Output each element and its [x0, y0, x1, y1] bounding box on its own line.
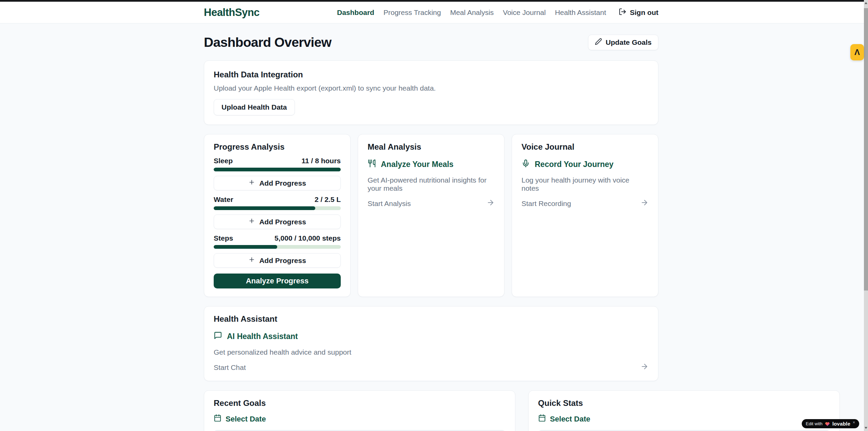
sign-out-label: Sign out	[630, 8, 658, 17]
progress-analysis-card: Progress Analysis Sleep 11 / 8 hours Add…	[204, 134, 351, 297]
progress-analysis-title: Progress Analysis	[214, 142, 341, 152]
start-chat-label: Start Chat	[214, 363, 246, 372]
plus-icon	[248, 256, 255, 265]
scrollbar-up-arrow[interactable]	[865, 2, 867, 4]
arrow-right-icon	[486, 199, 495, 208]
health-assistant-card: Health Assistant AI Health Assistant Get…	[204, 306, 658, 381]
start-analysis-row[interactable]: Start Analysis	[368, 199, 495, 208]
select-date-label: Select Date	[550, 415, 590, 424]
start-analysis-label: Start Analysis	[368, 200, 411, 208]
sleep-value: 11 / 8 hours	[301, 157, 341, 165]
steps-value: 5,000 / 10,000 steps	[274, 234, 341, 242]
start-recording-label: Start Recording	[521, 200, 571, 208]
edit-with-lovable-badge[interactable]: Edit with lovable ×	[802, 419, 859, 428]
quick-stats-card: Quick Stats Select Date Today Yesterday …	[528, 390, 840, 431]
meal-analysis-title: Meal Analysis	[368, 142, 495, 152]
arrow-right-icon	[640, 362, 649, 372]
lovable-brand-label: lovable	[832, 421, 850, 427]
scrollbar-down-arrow[interactable]	[865, 427, 867, 429]
ai-health-assistant-label: AI Health Assistant	[227, 332, 298, 341]
nav-meal-analysis[interactable]: Meal Analysis	[450, 8, 494, 17]
app-header: HealthSync Dashboard Progress Tracking M…	[0, 2, 868, 23]
pencil-icon	[595, 38, 602, 47]
lovable-side-badge[interactable]: Λ	[850, 44, 864, 60]
plus-icon	[248, 218, 255, 226]
calendar-icon	[538, 414, 546, 424]
voice-description: Log your health journey with voice notes	[521, 176, 649, 192]
main-nav: Dashboard Progress Tracking Meal Analysi…	[337, 8, 658, 17]
steps-progress-fill	[214, 245, 277, 249]
steps-label: Steps	[214, 234, 233, 242]
update-goals-label: Update Goals	[606, 38, 652, 46]
lambda-logo-icon: Λ	[854, 48, 860, 56]
meal-analysis-card: Meal Analysis Analyze Your Meals Get AI-…	[358, 134, 504, 297]
steps-progress-bar	[214, 245, 341, 249]
recent-goals-select-date[interactable]: Select Date	[214, 414, 506, 424]
water-progress-fill	[214, 206, 315, 210]
recent-goals-card: Recent Goals Select Date Today Yesterday…	[204, 390, 515, 431]
close-icon[interactable]: ×	[853, 420, 855, 425]
analyze-progress-button[interactable]: Analyze Progress	[214, 274, 341, 288]
water-progress-bar	[214, 206, 341, 210]
integration-description: Upload your Apple Health export (export.…	[214, 84, 649, 92]
nav-dashboard[interactable]: Dashboard	[337, 8, 374, 17]
brand-logo[interactable]: HealthSync	[204, 6, 260, 19]
sleep-add-progress-button[interactable]: Add Progress	[214, 176, 341, 190]
utensils-icon	[368, 159, 376, 170]
sleep-progress-bar	[214, 168, 341, 171]
steps-add-progress-button[interactable]: Add Progress	[214, 253, 341, 268]
nav-progress-tracking[interactable]: Progress Tracking	[384, 8, 441, 17]
quick-stats-title: Quick Stats	[538, 398, 830, 408]
sleep-metric: Sleep 11 / 8 hours Add Progress	[214, 157, 341, 190]
sign-out-button[interactable]: Sign out	[619, 8, 658, 17]
quick-stats-select-date[interactable]: Select Date	[538, 414, 830, 424]
vertical-scrollbar[interactable]	[864, 0, 868, 431]
health-data-integration-card: Health Data Integration Upload your Appl…	[204, 60, 658, 125]
nav-health-assistant[interactable]: Health Assistant	[555, 8, 606, 17]
page-title: Dashboard Overview	[204, 35, 331, 50]
plus-icon	[248, 179, 255, 187]
meal-description: Get AI-powered nutritional insights for …	[368, 176, 495, 192]
voice-journal-card: Voice Journal Record Your Journey Log yo…	[512, 134, 658, 297]
sleep-progress-fill	[214, 168, 341, 171]
water-add-progress-button[interactable]: Add Progress	[214, 214, 341, 229]
calendar-icon	[214, 414, 222, 424]
voice-journal-title: Voice Journal	[521, 142, 649, 152]
steps-metric: Steps 5,000 / 10,000 steps Add Progress	[214, 234, 341, 268]
add-progress-label: Add Progress	[259, 218, 306, 226]
assistant-description: Get personalized health advice and suppo…	[214, 348, 649, 356]
nav-voice-journal[interactable]: Voice Journal	[503, 8, 546, 17]
record-your-journey-link[interactable]: Record Your Journey	[521, 159, 649, 170]
scrollbar-thumb[interactable]	[864, 8, 868, 291]
log-out-icon	[619, 8, 626, 17]
add-progress-label: Add Progress	[259, 257, 306, 265]
chat-bubble-icon	[214, 331, 222, 342]
arrow-right-icon	[640, 199, 649, 208]
analyze-your-meals-link[interactable]: Analyze Your Meals	[368, 159, 495, 170]
analyze-your-meals-label: Analyze Your Meals	[381, 160, 454, 169]
select-date-label: Select Date	[226, 415, 266, 424]
sleep-label: Sleep	[214, 157, 233, 165]
health-assistant-title: Health Assistant	[214, 314, 649, 324]
recent-goals-title: Recent Goals	[214, 398, 506, 408]
integration-title: Health Data Integration	[214, 70, 649, 79]
add-progress-label: Add Progress	[259, 179, 306, 187]
upload-health-data-button[interactable]: Upload Health Data	[214, 99, 295, 115]
microphone-icon	[521, 159, 530, 170]
start-chat-row[interactable]: Start Chat	[214, 362, 649, 372]
water-label: Water	[214, 195, 233, 204]
edit-with-label: Edit with	[806, 421, 822, 426]
water-value: 2 / 2.5 L	[315, 195, 341, 204]
start-recording-row[interactable]: Start Recording	[521, 199, 649, 208]
update-goals-button[interactable]: Update Goals	[588, 35, 658, 50]
record-your-journey-label: Record Your Journey	[535, 160, 614, 169]
heart-gradient-icon	[825, 421, 830, 426]
ai-health-assistant-link[interactable]: AI Health Assistant	[214, 331, 649, 342]
water-metric: Water 2 / 2.5 L Add Progress	[214, 195, 341, 229]
